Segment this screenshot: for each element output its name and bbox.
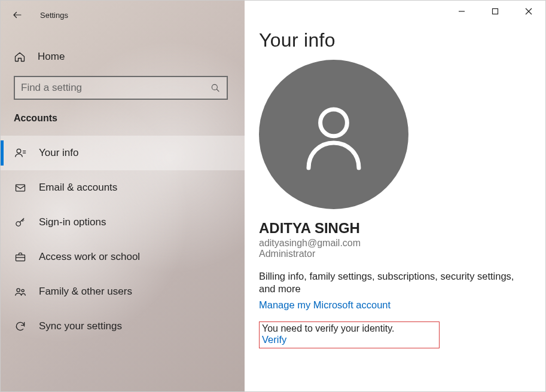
user-role: Administrator — [259, 249, 531, 259]
nav-item-label: Access work or school — [39, 251, 140, 263]
svg-point-9 — [22, 289, 24, 292]
svg-rect-5 — [16, 185, 25, 191]
titlebar-left: Settings — [1, 4, 245, 26]
nav-list: Your info Email & accounts Sign-in optio… — [1, 136, 245, 344]
search-box[interactable] — [14, 76, 228, 100]
svg-rect-11 — [493, 9, 498, 14]
sync-icon — [14, 320, 27, 332]
svg-point-14 — [321, 109, 347, 136]
nav-item-access-work-school[interactable]: Access work or school — [1, 240, 245, 274]
close-icon — [525, 8, 532, 15]
key-icon — [14, 216, 27, 228]
manage-account-link[interactable]: Manage my Microsoft account — [259, 299, 391, 311]
home-icon — [13, 51, 27, 63]
nav-item-sync-settings[interactable]: Sync your settings — [1, 309, 245, 344]
svg-rect-7 — [16, 255, 25, 261]
search-input[interactable] — [21, 82, 210, 94]
nav-home-label: Home — [38, 51, 65, 63]
nav-item-label: Your info — [39, 147, 78, 159]
briefcase-icon — [14, 251, 27, 263]
settings-window: Settings Home Accounts Your info — [0, 0, 546, 392]
svg-line-1 — [216, 89, 219, 91]
nav-section-header: Accounts — [1, 100, 245, 128]
minimize-icon — [458, 8, 465, 15]
back-button[interactable] — [5, 5, 29, 24]
nav-item-label: Sync your settings — [39, 320, 122, 332]
search-icon — [210, 82, 221, 93]
arrow-left-icon — [12, 10, 23, 20]
content-pane: Your info ADITYA SINGH adityasingh@gmail… — [245, 1, 545, 391]
user-placeholder-icon — [292, 93, 376, 176]
verify-identity-block: You need to verify your identity. Verify — [259, 321, 440, 348]
account-description: Billing info, family settings, subscript… — [259, 270, 531, 296]
nav-item-family-users[interactable]: Family & other users — [1, 274, 245, 309]
close-button[interactable] — [512, 1, 545, 22]
nav-item-your-info[interactable]: Your info — [1, 136, 245, 170]
content-body: Your info ADITYA SINGH adityasingh@gmail… — [245, 1, 545, 348]
nav-pane: Settings Home Accounts Your info — [1, 1, 245, 391]
mail-icon — [14, 182, 27, 194]
app-title: Settings — [40, 11, 68, 20]
nav-item-label: Family & other users — [39, 286, 132, 298]
maximize-button[interactable] — [478, 1, 512, 22]
user-name: ADITYA SINGH — [259, 220, 531, 237]
nav-home[interactable]: Home — [1, 42, 245, 71]
verify-message: You need to verify your identity. — [262, 323, 435, 334]
search-wrap — [1, 71, 245, 100]
nav-item-label: Email & accounts — [39, 182, 117, 194]
window-controls — [445, 1, 545, 22]
nav-item-signin-options[interactable]: Sign-in options — [1, 205, 245, 240]
minimize-button[interactable] — [445, 1, 478, 22]
svg-point-2 — [17, 149, 21, 153]
svg-point-8 — [17, 289, 20, 292]
user-email: adityasingh@gmail.com — [259, 238, 531, 249]
maximize-icon — [492, 8, 499, 15]
avatar — [259, 60, 408, 209]
verify-link[interactable]: Verify — [262, 334, 286, 345]
people-icon — [14, 286, 27, 298]
nav-item-email-accounts[interactable]: Email & accounts — [1, 170, 245, 205]
page-heading: Your info — [259, 29, 531, 51]
nav-item-label: Sign-in options — [39, 216, 106, 228]
person-icon — [14, 147, 27, 159]
